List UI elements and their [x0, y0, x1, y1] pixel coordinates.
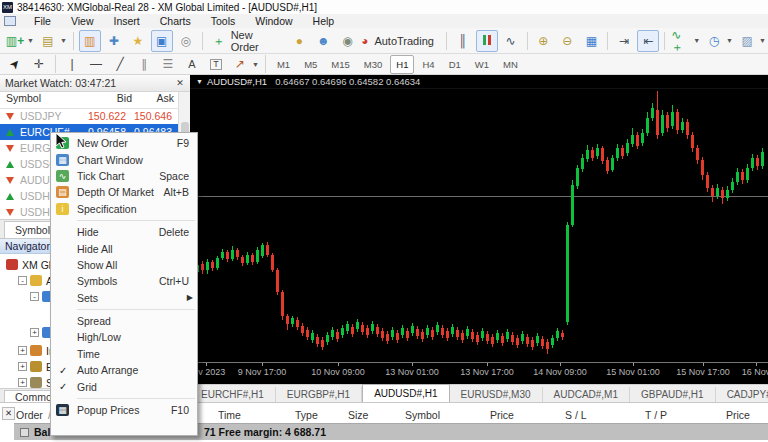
chart-window-icon[interactable]	[4, 16, 16, 26]
templates-dropdown[interactable]: ▼	[759, 37, 766, 44]
menu-insert[interactable]: Insert	[104, 15, 150, 27]
context-menu-item-new-order[interactable]: +New OrderF9	[51, 135, 197, 151]
zoom-out-button[interactable]: ⊖	[556, 30, 578, 52]
column-symbol[interactable]: Symbol	[6, 92, 41, 104]
terminal-column-tp[interactable]: T / P	[645, 409, 667, 421]
chart-tab-cadjpy[interactable]: CADJPY#,H1	[716, 387, 768, 402]
fibonacci-button[interactable]: ☰	[157, 53, 179, 75]
arrows-dropdown[interactable]: ▼	[252, 61, 259, 68]
terminal-toggle[interactable]: ▣	[151, 30, 173, 52]
context-menu-item-high-low[interactable]: High/Low	[51, 329, 197, 345]
terminal-column-type[interactable]: Type	[295, 409, 318, 421]
context-menu-item-tick-chart[interactable]: ∿Tick ChartSpace	[51, 168, 197, 184]
chart-window[interactable]: ▼ AUDUSD#,H1 0.64667 0.64696 0.64582 0.6…	[190, 75, 768, 402]
channel-button[interactable]: ∥	[133, 53, 155, 75]
collapse-icon[interactable]: -	[18, 276, 27, 285]
column-ask[interactable]: Ask	[156, 92, 174, 104]
notifications-button[interactable]: ◉	[336, 30, 358, 52]
navigator-toggle[interactable]: ★	[127, 30, 149, 52]
horizontal-line-button[interactable]: —	[85, 53, 107, 75]
timeframe-m5[interactable]: M5	[298, 55, 323, 74]
menu-file[interactable]: File	[24, 15, 61, 27]
text-label-button[interactable]: T	[205, 53, 227, 75]
metaquotes-services-button[interactable]: ●	[288, 30, 310, 52]
chart-tab-eurusd[interactable]: EURUSD#,M30	[450, 387, 543, 402]
market-watch-row[interactable]: USDJPY150.622150.646	[0, 108, 178, 124]
context-menu-item-popup-prices[interactable]: ▦Popup PricesF10	[51, 402, 197, 418]
expand-icon[interactable]: +	[18, 362, 27, 371]
expand-icon[interactable]: +	[18, 346, 27, 355]
new-chart-dropdown[interactable]: ▼	[27, 37, 34, 44]
chart-tab-eurchf[interactable]: EURCHF#,H1	[190, 387, 276, 402]
indicators-dropdown[interactable]: ▼	[693, 37, 700, 44]
candlestick-button[interactable]	[476, 30, 498, 52]
terminal-column-order[interactable]: Order	[16, 409, 43, 421]
menu-tools[interactable]: Tools	[201, 15, 246, 27]
profiles-button[interactable]: ▤	[37, 30, 59, 52]
data-window-toggle[interactable]: ✚	[103, 30, 125, 52]
timeframe-m30[interactable]: M30	[358, 55, 388, 74]
terminal-column-sl[interactable]: S / L	[565, 409, 587, 421]
templates-button[interactable]: ▨	[736, 30, 758, 52]
profiles-dropdown[interactable]: ▼	[60, 37, 67, 44]
timeframe-d1[interactable]: D1	[443, 55, 467, 74]
timeframe-mn[interactable]: MN	[497, 55, 524, 74]
crosshair-button[interactable]: ✛	[28, 53, 50, 75]
chart-menu-icon[interactable]: ▼	[196, 78, 203, 85]
terminal-column-size[interactable]: Size	[348, 409, 368, 421]
autotrading-button[interactable]: ◕ AutoTrading	[360, 30, 440, 52]
context-menu-item-specification[interactable]: iSpecification	[51, 201, 197, 217]
auto-scroll-button[interactable]: ⇤	[637, 30, 659, 52]
line-chart-button[interactable]: ∿	[500, 30, 522, 52]
menu-help[interactable]: Help	[303, 15, 345, 27]
context-menu-item-show-all[interactable]: Show All	[51, 257, 197, 273]
vertical-line-button[interactable]: |	[61, 53, 83, 75]
context-menu-item-grid[interactable]: ✓Grid	[51, 378, 197, 394]
terminal-column-symbol[interactable]: Symbol	[405, 409, 440, 421]
zoom-in-button[interactable]: ⊕	[532, 30, 554, 52]
menu-charts[interactable]: Charts	[150, 15, 201, 27]
chart-tab-audcad[interactable]: AUDCAD#,M1	[543, 387, 630, 402]
context-menu-item-auto-arrange[interactable]: ✓Auto Arrange	[51, 362, 197, 378]
context-menu-item-sets[interactable]: Sets▶	[51, 290, 197, 306]
chart-tab-eurgbp[interactable]: EURGBP#,H1	[276, 387, 362, 402]
timeframe-h4[interactable]: H4	[416, 55, 440, 74]
context-menu-item-time[interactable]: Time	[51, 346, 197, 362]
close-icon[interactable]: ✕	[174, 77, 186, 89]
arrows-button[interactable]: ↗	[229, 53, 251, 75]
chart-tab-audusd[interactable]: AUDUSD#,H1	[362, 384, 449, 402]
menu-window[interactable]: Window	[245, 15, 302, 27]
new-order-button[interactable]: ＋ New Order	[208, 30, 287, 52]
title-bar[interactable]: XM 38414630: XMGlobal-Real 28 - XM Globa…	[0, 0, 768, 14]
chart-tab-gbpaud[interactable]: GBPAUD#,H1	[630, 387, 716, 402]
context-menu-item-hide[interactable]: HideDelete	[51, 224, 197, 240]
column-bid[interactable]: Bid	[117, 92, 132, 104]
new-chart-button[interactable]: ▥+	[4, 30, 26, 52]
context-menu-item-chart-window[interactable]: ▦Chart Window	[51, 151, 197, 167]
community-button[interactable]: ☻	[312, 30, 334, 52]
indicators-button[interactable]: ∿＋	[670, 30, 692, 52]
context-menu-item-depth-of-market[interactable]: ▤Depth Of MarketAlt+B	[51, 184, 197, 200]
timeframe-h1[interactable]: H1	[390, 55, 414, 74]
close-icon[interactable]: ✕	[2, 407, 15, 420]
strategy-tester-toggle[interactable]: ◎	[175, 30, 197, 52]
chart-plot-area[interactable]	[190, 88, 768, 362]
context-menu-item-hide-all[interactable]: Hide All	[51, 240, 197, 256]
terminal-column-price[interactable]: Price	[490, 409, 514, 421]
collapse-icon[interactable]: -	[30, 292, 39, 301]
market-watch-header[interactable]: Market Watch: 03:47:21	[0, 75, 190, 92]
context-menu-item-symbols[interactable]: SymbolsCtrl+U	[51, 273, 197, 289]
scroll-to-end-button[interactable]: ⇥	[613, 30, 635, 52]
timeframe-m15[interactable]: M15	[325, 55, 355, 74]
expand-icon[interactable]: +	[18, 378, 27, 387]
text-button[interactable]: A	[181, 53, 203, 75]
context-menu-item-spread[interactable]: Spread	[51, 313, 197, 329]
menu-view[interactable]: View	[61, 15, 104, 27]
terminal-column-price-2[interactable]: Price	[726, 409, 750, 421]
timeframe-w1[interactable]: W1	[469, 55, 495, 74]
expand-icon[interactable]: +	[30, 328, 39, 337]
periods-dropdown[interactable]: ▼	[726, 37, 733, 44]
expand-checkbox[interactable]	[20, 428, 29, 437]
cursor-button[interactable]: ➤	[4, 53, 26, 75]
trendline-button[interactable]: ╱	[109, 53, 131, 75]
